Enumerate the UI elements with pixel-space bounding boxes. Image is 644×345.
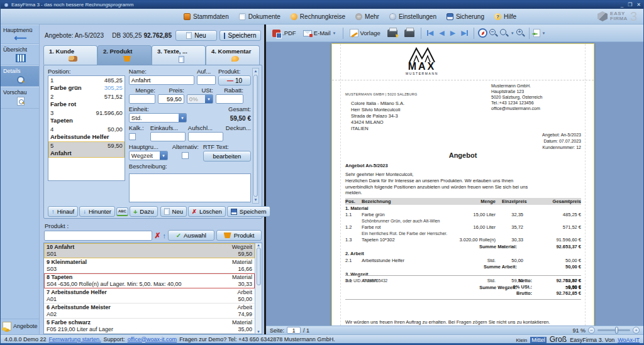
email-button[interactable]: E-Mail▼ bbox=[301, 28, 339, 38]
product-row[interactable]: 9 KleinmaterialMaterialS0316,66 bbox=[44, 258, 255, 273]
zoom-level-icon[interactable] bbox=[500, 29, 509, 38]
arrow-up-icon[interactable]: ↑ bbox=[163, 232, 167, 239]
menu-sicherung[interactable]: Sicherung bbox=[443, 12, 488, 21]
sidebar-item-details[interactable]: Details bbox=[1, 65, 39, 87]
produkt-search-input[interactable] bbox=[44, 231, 152, 241]
form-scrollbar[interactable]: ▲ ▼ bbox=[252, 68, 259, 204]
scroll-up-icon[interactable]: ▲ bbox=[257, 243, 260, 247]
position-row[interactable]: 1485,25Farbe grün305,25 bbox=[48, 76, 125, 92]
menu-mehr[interactable]: ⋯Mehr bbox=[352, 12, 383, 21]
position-row[interactable]: 450,00Arbeitsstunde Helfer bbox=[48, 125, 125, 141]
restore-button[interactable]: ❐ bbox=[628, 3, 632, 8]
auswahl-button[interactable]: ✓Auswahl bbox=[168, 230, 214, 241]
menu-stammdaten[interactable]: Stammdaten bbox=[180, 12, 233, 21]
sidebar-item-angebote[interactable]: Angebote bbox=[1, 319, 39, 334]
export-page-icon[interactable] bbox=[533, 29, 540, 37]
name-input[interactable] bbox=[129, 75, 194, 85]
support-email-link[interactable]: office@woax-it.com bbox=[128, 336, 177, 342]
compass-icon[interactable] bbox=[478, 28, 487, 38]
prev-page-button[interactable]: ◀ bbox=[437, 29, 446, 37]
product-row[interactable]: 5 Farbe schwarzMaterialF05 219,00 Liter … bbox=[44, 319, 255, 334]
doc-total-value: 0,00 € bbox=[532, 284, 581, 290]
fernwartung-link[interactable]: Fernwartung starten. bbox=[49, 336, 101, 342]
sidebar-item-uebersicht[interactable]: Übersicht bbox=[1, 44, 39, 65]
hinunter-button[interactable]: ↓Hinunter bbox=[79, 206, 115, 217]
font-size-klein[interactable]: Klein bbox=[516, 337, 527, 343]
print-button[interactable] bbox=[402, 28, 417, 38]
product-row[interactable]: 6 Arbeitsstunde MeisterArbeitA0274,99 bbox=[44, 304, 255, 319]
product-scrollbar[interactable]: ▲ ▼ bbox=[255, 243, 262, 334]
loeschen-button[interactable]: ✗Löschen bbox=[188, 206, 226, 217]
product-row[interactable]: 7 Arbeitsstunde HelferArbeitA0150,00 bbox=[44, 288, 255, 304]
einkaufs-input[interactable] bbox=[150, 132, 186, 141]
aufschl-input[interactable] bbox=[188, 132, 223, 141]
einheit-select[interactable]: Std.▼ bbox=[129, 113, 187, 123]
auf-input[interactable] bbox=[197, 75, 216, 85]
position-neu-button[interactable]: Neu bbox=[160, 206, 187, 217]
ust-select[interactable]: 0%▼ bbox=[187, 94, 213, 104]
tab-kommentar[interactable]: 4. Kommentar bbox=[206, 45, 260, 65]
menu-hilfe[interactable]: ?Hilfe bbox=[491, 12, 520, 21]
hauptgru-select[interactable]: Wegzeit▼ bbox=[129, 151, 168, 160]
hinauf-button[interactable]: ↑Hinauf bbox=[48, 206, 78, 217]
rabatt-input[interactable] bbox=[216, 94, 243, 104]
next-page-button[interactable]: ▶ bbox=[448, 29, 457, 37]
tab-texte[interactable]: 3. Texte, ... bbox=[152, 45, 206, 65]
scroll-down-icon[interactable]: ▼ bbox=[254, 197, 258, 203]
position-speichern-button[interactable]: Speichern bbox=[227, 206, 270, 217]
position-list[interactable]: 1485,25Farbe grün305,252571,52Farbe rot3… bbox=[48, 75, 125, 181]
kalk-checkbox[interactable] bbox=[129, 133, 136, 140]
woax-link[interactable]: WoAx-IT bbox=[618, 337, 640, 343]
sidebar-item-vorschau[interactable]: Vorschau bbox=[1, 87, 39, 109]
neu-button[interactable]: Neu bbox=[175, 30, 217, 41]
tab-kunde[interactable]: 1. Kunde bbox=[43, 45, 97, 65]
rtf-bearbeiten-button[interactable]: bearbeiten bbox=[203, 151, 251, 162]
menu-rechnungkreise[interactable]: Rechnungkreise bbox=[287, 12, 349, 21]
zoom-out-button[interactable]: − bbox=[588, 327, 595, 334]
product-list[interactable]: 10 AnfahrtWegzeitS0159,509 Kleinmaterial… bbox=[44, 243, 255, 334]
scroll-down-icon[interactable]: ▼ bbox=[257, 330, 260, 334]
first-page-button[interactable]: ◀ bbox=[425, 29, 435, 37]
scroll-thumb[interactable] bbox=[253, 75, 258, 197]
zoom-in-icon[interactable]: + bbox=[516, 29, 525, 38]
produkt-link-button[interactable]: —10 bbox=[218, 75, 251, 85]
product-row[interactable]: 10 AnfahrtWegzeitS0159,50 bbox=[44, 243, 255, 258]
pdf-export-button[interactable]: .PDF bbox=[270, 28, 299, 38]
menge-input[interactable] bbox=[129, 94, 155, 104]
pdf-page-area[interactable]: MAX MUSTERMANN Mustermann GmbH.Hauptstra… bbox=[266, 42, 643, 326]
close-button[interactable]: ✕ bbox=[636, 3, 641, 8]
zoom-in-button[interactable]: + bbox=[633, 327, 640, 334]
sidebar-item-hauptmenu[interactable]: Hauptmenü ⟵ bbox=[1, 25, 39, 44]
quick-print-button[interactable] bbox=[385, 28, 400, 38]
zoom-out-icon[interactable]: − bbox=[489, 29, 498, 38]
produkt-open-button[interactable]: Produkt bbox=[216, 230, 262, 241]
clear-x-icon[interactable]: ✗ bbox=[154, 231, 160, 240]
position-row[interactable]: 2571,52Farbe rot bbox=[48, 92, 125, 109]
tab-produkt[interactable]: 2. Produkt bbox=[97, 45, 152, 65]
minimize-button[interactable]: _ bbox=[621, 3, 623, 8]
plus-icon: + bbox=[133, 208, 137, 216]
product-row[interactable]: 8 TapetenMaterialS04 -636,00 Rolle(n) au… bbox=[44, 273, 255, 288]
zoom-slider[interactable] bbox=[597, 329, 630, 331]
abc-sort-button[interactable]: ABC bbox=[116, 207, 128, 216]
menu-dokumente[interactable]: Dokumente bbox=[235, 12, 284, 21]
resize-grip[interactable]: ···· bbox=[148, 216, 157, 219]
preis-input[interactable] bbox=[158, 94, 184, 104]
position-row[interactable]: 391.596,60Tapeten bbox=[48, 109, 125, 125]
scroll-up-icon[interactable]: ▲ bbox=[254, 68, 258, 74]
position-row[interactable]: 559,50Anfahrt bbox=[48, 141, 125, 158]
font-size-mittel[interactable]: Mittel bbox=[530, 337, 547, 343]
scroll-thumb[interactable] bbox=[257, 248, 261, 285]
beschreibung-textarea[interactable] bbox=[129, 173, 251, 202]
vorlage-button[interactable]: Vorlage bbox=[347, 28, 383, 38]
zoom-slider-handle[interactable] bbox=[615, 327, 618, 334]
comment-icon bbox=[231, 56, 239, 62]
alternativ-checkbox[interactable] bbox=[182, 152, 189, 159]
chevron-down-icon: ▼ bbox=[160, 151, 167, 160]
font-size-gross[interactable]: Groß bbox=[550, 335, 567, 344]
menu-einstellungen[interactable]: Einstellungen bbox=[386, 12, 440, 21]
page-number-input[interactable] bbox=[287, 327, 301, 334]
speichern-button[interactable]: Speichern bbox=[219, 30, 261, 41]
preis-label: Preis: bbox=[158, 87, 184, 94]
last-page-button[interactable]: ▶ bbox=[459, 29, 469, 37]
